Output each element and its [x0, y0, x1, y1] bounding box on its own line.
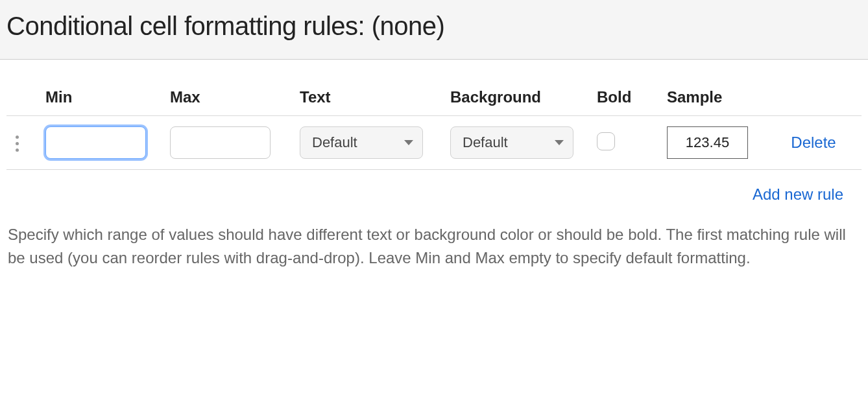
background-color-select[interactable]: Default	[450, 126, 573, 159]
col-header-min: Min	[40, 79, 165, 116]
dialog-title: Conditional cell formatting rules: (none…	[6, 12, 862, 41]
delete-link[interactable]: Delete	[791, 134, 836, 151]
rule-row: Default Default 123.45 Del	[6, 116, 862, 170]
dialog-header: Conditional cell formatting rules: (none…	[0, 0, 868, 60]
text-color-value: Default	[312, 134, 357, 151]
dialog-body: Min Max Text Background Bold Sample	[0, 60, 868, 270]
col-header-background: Background	[445, 79, 592, 116]
background-color-value: Default	[463, 134, 508, 151]
max-input[interactable]	[170, 126, 271, 159]
bold-checkbox[interactable]	[597, 132, 615, 150]
col-header-sample: Sample	[662, 79, 766, 116]
col-header-text: Text	[295, 79, 445, 116]
chevron-down-icon	[555, 140, 564, 145]
sample-cell: 123.45	[667, 126, 748, 159]
rules-table: Min Max Text Background Bold Sample	[6, 79, 862, 170]
add-new-rule-link[interactable]: Add new rule	[753, 185, 843, 203]
chevron-down-icon	[404, 140, 413, 145]
text-color-select[interactable]: Default	[300, 126, 423, 159]
col-header-bold: Bold	[592, 79, 662, 116]
col-header-max: Max	[165, 79, 295, 116]
min-input[interactable]	[45, 126, 146, 159]
help-text: Specify which range of values should hav…	[6, 204, 856, 270]
drag-handle-icon[interactable]	[12, 132, 23, 156]
